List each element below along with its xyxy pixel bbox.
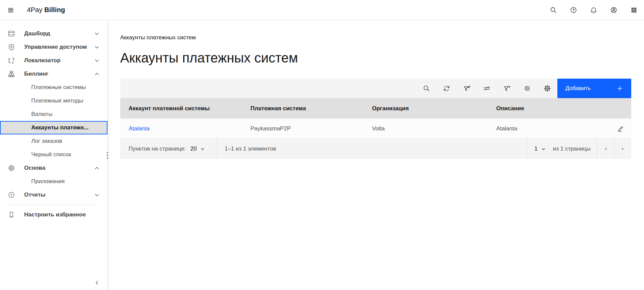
sidebar-item-billing[interactable]: Биллинг bbox=[0, 67, 107, 81]
table-refresh-button[interactable] bbox=[436, 79, 457, 98]
items-per-page-label: Пунктов на странице: bbox=[129, 146, 186, 152]
svg-text:a: a bbox=[8, 57, 10, 60]
cell-actions bbox=[609, 121, 631, 137]
app-title: 4Pay Billing bbox=[27, 6, 65, 14]
sidebar-item-localizer[interactable]: a z Локализатор bbox=[0, 54, 107, 67]
account-button[interactable] bbox=[604, 0, 624, 20]
account-link[interactable]: Atalanta bbox=[129, 125, 149, 132]
table-row: Atalanta PaykassmaP2P Volta Atalanta bbox=[120, 119, 631, 139]
menu-icon[interactable] bbox=[3, 2, 19, 18]
sidebar-item-reports[interactable]: ? Отчеты bbox=[0, 188, 107, 202]
chip-icon bbox=[7, 164, 15, 172]
column-header-organization[interactable]: Организация bbox=[364, 105, 488, 112]
table-column-button[interactable] bbox=[517, 79, 537, 98]
sidebar-item-favorites[interactable]: Настроить избранное bbox=[0, 208, 107, 221]
column-icon bbox=[523, 84, 531, 92]
sidebar-item-currencies[interactable]: Валюты bbox=[0, 108, 107, 121]
column-header-account[interactable]: Аккаунт платежной системы bbox=[120, 105, 242, 112]
refresh-icon bbox=[443, 84, 451, 92]
sidebar-item-applications[interactable]: Приложения bbox=[0, 175, 107, 188]
svg-text:z: z bbox=[12, 61, 14, 64]
sidebar-resize-handle[interactable] bbox=[106, 151, 109, 160]
table-settings-adjust-button[interactable] bbox=[477, 79, 497, 98]
sidebar-item-label: Отчеты bbox=[24, 192, 94, 198]
sidebar-item-label: Основа bbox=[24, 165, 94, 171]
sidebar-item-order-log[interactable]: Лог заказов bbox=[0, 134, 107, 148]
security-shield-icon bbox=[7, 43, 15, 51]
dashboard-icon bbox=[7, 30, 15, 38]
chevron-down-icon bbox=[94, 58, 100, 64]
column-header-description[interactable]: Описание bbox=[488, 105, 609, 112]
hamburger-icon bbox=[7, 6, 15, 14]
pagination-range-text: 1–1 из 1 элементов bbox=[225, 146, 276, 152]
sidebar-item-blacklist[interactable]: Черный список bbox=[0, 148, 107, 161]
table-search-button[interactable] bbox=[416, 79, 436, 98]
header-actions: ? bbox=[543, 0, 644, 20]
items-per-page: Пунктов на странице: 20 bbox=[120, 146, 217, 152]
filter-remove-icon bbox=[503, 84, 511, 92]
table-pagination: Пунктов на странице: 20 1–1 из 1 элемент… bbox=[120, 139, 631, 159]
add-button-label: Добавить bbox=[565, 85, 591, 92]
page-number-select[interactable]: 1 bbox=[527, 139, 553, 159]
help-icon: ? bbox=[569, 6, 578, 14]
notifications-button[interactable] bbox=[584, 0, 604, 20]
chevron-left-icon bbox=[94, 280, 100, 286]
chevron-up-icon bbox=[94, 71, 100, 77]
divider bbox=[217, 139, 217, 159]
edit-pencil-icon bbox=[617, 125, 624, 132]
sidebar-item-payment-accounts[interactable]: Аккаунты платежн... bbox=[0, 121, 107, 134]
app-root: 4Pay Billing ? bbox=[0, 0, 644, 290]
table-filter-remove-button[interactable] bbox=[497, 79, 517, 98]
search-button[interactable] bbox=[543, 0, 563, 20]
next-page-button[interactable] bbox=[614, 139, 631, 159]
pagination-pages-text: из 1 страницы bbox=[553, 146, 591, 152]
chevron-down-icon bbox=[94, 31, 100, 37]
chevron-down-icon bbox=[94, 192, 100, 198]
items-per-page-select[interactable]: 20 bbox=[190, 146, 205, 152]
search-icon bbox=[549, 6, 557, 14]
user-avatar-icon bbox=[610, 6, 618, 14]
chevron-down-icon bbox=[200, 147, 205, 151]
items-per-page-value: 20 bbox=[190, 146, 197, 152]
help-button[interactable]: ? bbox=[563, 0, 584, 20]
edit-row-button[interactable] bbox=[612, 121, 629, 137]
translate-icon: a z bbox=[7, 56, 15, 65]
cell-payment-system: PaykassmaP2P bbox=[242, 125, 364, 132]
gear-icon bbox=[543, 84, 551, 92]
breadcrumb[interactable]: Аккаунты платежных систем bbox=[120, 34, 196, 41]
table-settings-button[interactable] bbox=[537, 79, 557, 98]
sidebar-item-label: Настроить избранное bbox=[24, 211, 100, 218]
caret-left-icon bbox=[603, 146, 608, 152]
billing-tree-icon bbox=[7, 70, 15, 78]
add-button[interactable]: Добавить bbox=[557, 79, 631, 98]
chevron-down-icon bbox=[541, 147, 546, 151]
sidebar-item-label: Локализатор bbox=[24, 57, 94, 64]
sidebar-item-label: Дашборд bbox=[24, 30, 94, 37]
chevron-up-icon bbox=[94, 165, 100, 171]
svg-text:?: ? bbox=[10, 193, 12, 197]
app-switcher-icon bbox=[630, 6, 638, 14]
sidebar-item-payment-systems[interactable]: Платежные системы bbox=[0, 81, 107, 94]
cell-organization: Volta bbox=[364, 125, 488, 132]
app-switcher-button[interactable] bbox=[624, 0, 644, 20]
sidebar-item-access-management[interactable]: Управление доступом bbox=[0, 40, 107, 54]
sidebar-item-core[interactable]: Основа bbox=[0, 161, 107, 175]
plus-icon bbox=[617, 85, 623, 91]
table-header-row: Аккаунт платежной системы Платежная сист… bbox=[120, 98, 631, 119]
cell-description: Atalanta bbox=[488, 125, 609, 132]
brand-name: Billing bbox=[44, 6, 65, 14]
filter-edit-icon bbox=[463, 84, 471, 92]
top-header: 4Pay Billing ? bbox=[0, 0, 644, 20]
previous-page-button[interactable] bbox=[597, 139, 614, 159]
bell-icon bbox=[590, 6, 598, 14]
settings-adjust-icon bbox=[483, 84, 491, 92]
table-filter-edit-button[interactable] bbox=[457, 79, 477, 98]
search-icon bbox=[422, 84, 430, 92]
main-content: Аккаунты платежных систем Аккаунты плате… bbox=[108, 20, 644, 290]
sidebar-item-payment-methods[interactable]: Платежные методы bbox=[0, 94, 107, 108]
sidebar-item-dashboard[interactable]: Дашборд bbox=[0, 27, 107, 40]
sidebar-item-label: Биллинг bbox=[24, 71, 94, 77]
sidebar-collapse-button[interactable] bbox=[90, 276, 103, 289]
column-header-payment-system[interactable]: Платежная система bbox=[242, 105, 364, 112]
payment-accounts-table: Добавить Аккаунт платежной системы Плате… bbox=[120, 79, 631, 159]
